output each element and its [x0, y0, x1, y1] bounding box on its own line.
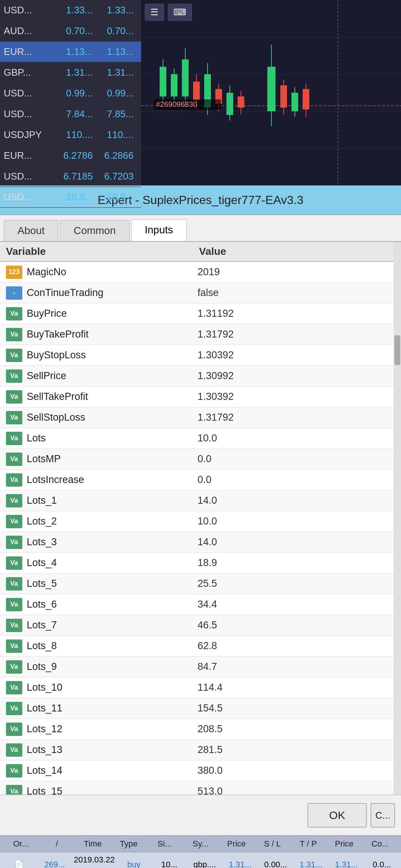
row-value: 10.0	[198, 516, 395, 527]
table-row[interactable]: Va SellTakeProfit 1.30392	[0, 387, 401, 407]
table-row[interactable]: Va BuyTakeProfit 1.31792	[0, 324, 401, 345]
row-icon: ≈	[6, 286, 22, 300]
table-row[interactable]: Va Lots_5 25.5	[0, 573, 401, 594]
table-row[interactable]: Va Lots_7 46.5	[0, 615, 401, 636]
scrollbar[interactable]	[394, 242, 401, 795]
market-price2: 1.13...	[93, 46, 134, 57]
tab-inputs[interactable]: Inputs	[131, 219, 187, 241]
cancel-button[interactable]: C...	[371, 803, 395, 828]
table-container: Variable Value 123 MagicNo 2019 ≈ ConTin…	[0, 242, 401, 795]
table-row[interactable]: Va SellPrice 1.30992	[0, 366, 401, 387]
table-row[interactable]: Va Lots_1 14.0	[0, 490, 401, 511]
menu-button[interactable]: ☰	[145, 4, 164, 21]
row-icon: Va	[6, 577, 22, 591]
row-icon: Va	[6, 453, 22, 466]
market-price2: 0.70...	[93, 25, 134, 37]
status-col-type: Type	[111, 839, 146, 849]
market-row[interactable]: AUD... 0.70... 0.70...	[0, 21, 141, 42]
market-row[interactable]: GBP... 1.31... 1.31...	[0, 62, 141, 83]
table-row[interactable]: ≈ ConTinueTrading false	[0, 283, 401, 303]
svg-rect-10	[171, 74, 177, 96]
svg-rect-37	[291, 93, 298, 111]
row-value: 1.31192	[198, 308, 395, 319]
row-icon: Va	[6, 390, 22, 404]
keyboard-button[interactable]: ⌨	[168, 4, 192, 21]
row-icon: Va	[6, 619, 22, 632]
row-value: 208.5	[198, 723, 395, 735]
market-price1: 0.70...	[52, 25, 93, 37]
row-icon: Va	[6, 681, 22, 694]
status-col-si: Si...	[147, 839, 182, 849]
table-row[interactable]: Va Lots 10.0	[0, 428, 401, 449]
table-row[interactable]: Va Lots_10 114.4	[0, 677, 401, 698]
table-row[interactable]: Va Lots_14 380.0	[0, 760, 401, 781]
table-row[interactable]: 123 MagicNo 2019	[0, 262, 401, 283]
market-row[interactable]: USDJPY 110.... 110....	[0, 125, 141, 145]
row-name: Lots_5	[27, 578, 198, 589]
market-row[interactable]: USD... 7.84... 7.85...	[0, 104, 141, 125]
market-price2: 7.85...	[93, 108, 134, 120]
market-price2: 1.33...	[93, 4, 134, 16]
status-col-sl: S / L	[255, 839, 290, 849]
market-row[interactable]: USD... 1.33... 1.33...	[0, 0, 141, 21]
chart-toolbar: ☰ ⌨	[145, 4, 192, 21]
svg-rect-7	[160, 67, 166, 96]
table-row[interactable]: Va SellStopLoss 1.31792	[0, 407, 401, 428]
table-row[interactable]: Va BuyPrice 1.31192	[0, 303, 401, 324]
market-row[interactable]: USD... 0.99... 0.99...	[0, 83, 141, 104]
row-value: 281.5	[198, 744, 395, 756]
status-type: buy	[116, 860, 151, 868]
tab-about[interactable]: About	[4, 220, 58, 241]
table-row[interactable]: Va LotsIncrease 0.0	[0, 470, 401, 490]
status-comment: 0.0...	[364, 860, 400, 868]
row-value: 0.0	[198, 474, 395, 486]
table-row[interactable]: Va Lots_11 154.5	[0, 698, 401, 719]
market-list: USD... 1.33... 1.33... AUD... 0.70... 0.…	[0, 0, 141, 185]
row-name: Lots_11	[27, 703, 198, 714]
row-value: 1.31792	[198, 412, 395, 423]
svg-rect-31	[267, 67, 276, 111]
table-row[interactable]: Va LotsMP 0.0	[0, 449, 401, 470]
row-name: Lots_6	[27, 599, 198, 610]
table-row[interactable]: Va Lots_6 34.4	[0, 594, 401, 615]
status-col-tp: T / P	[291, 839, 326, 849]
row-name: BuyStopLoss	[27, 349, 198, 361]
market-price2: 18.9...	[93, 191, 134, 203]
market-row[interactable]: EUR... 6.2786 6.2866	[0, 145, 141, 166]
market-row[interactable]: USD... 6.7185 6.7203	[0, 166, 141, 187]
row-value: 1.30392	[198, 391, 395, 402]
row-value: 513.0	[198, 786, 395, 795]
table-body: 123 MagicNo 2019 ≈ ConTinueTrading false…	[0, 262, 401, 795]
table-row[interactable]: Va Lots_2 10.0	[0, 511, 401, 532]
table-row[interactable]: Va Lots_4 18.9	[0, 553, 401, 573]
market-price1: 0.99...	[52, 88, 93, 99]
ok-button[interactable]: OK	[307, 803, 367, 828]
status-col-time: Time	[75, 839, 110, 849]
row-name: Lots_9	[27, 661, 198, 673]
row-name: Lots	[27, 433, 198, 444]
row-name: MagicNo	[27, 266, 198, 278]
market-price1: 1.33...	[52, 4, 93, 16]
scrollbar-thumb[interactable]	[394, 335, 400, 365]
row-icon: Va	[6, 411, 22, 424]
table-row[interactable]: Va BuyStopLoss 1.30392	[0, 345, 401, 366]
row-icon: 123	[6, 266, 22, 279]
row-value: 0.0	[198, 453, 395, 465]
row-value: 18.9	[198, 557, 395, 569]
market-row[interactable]: USD... 18.9... 18.9...	[0, 187, 141, 208]
svg-rect-13	[182, 59, 189, 96]
bottom-buttons: OK C...	[0, 795, 401, 835]
table-row[interactable]: Va Lots_13 281.5	[0, 740, 401, 760]
row-name: Lots_15	[27, 786, 198, 795]
table-row[interactable]: Va Lots_12 208.5	[0, 719, 401, 740]
market-row[interactable]: EUR... 1.13... 1.13...	[0, 42, 141, 62]
table-row[interactable]: Va Lots_8 62.8	[0, 636, 401, 657]
chart-svg: #269096830	[141, 0, 401, 185]
table-row[interactable]: Va Lots_3 14.0	[0, 532, 401, 553]
row-icon: Va	[6, 723, 22, 736]
table-row[interactable]: Va Lots_15 513.0	[0, 781, 401, 795]
row-icon: Va	[6, 743, 22, 757]
status-col-or: Or...	[4, 839, 38, 849]
table-row[interactable]: Va Lots_9 84.7	[0, 657, 401, 677]
tab-common[interactable]: Common	[60, 220, 130, 241]
